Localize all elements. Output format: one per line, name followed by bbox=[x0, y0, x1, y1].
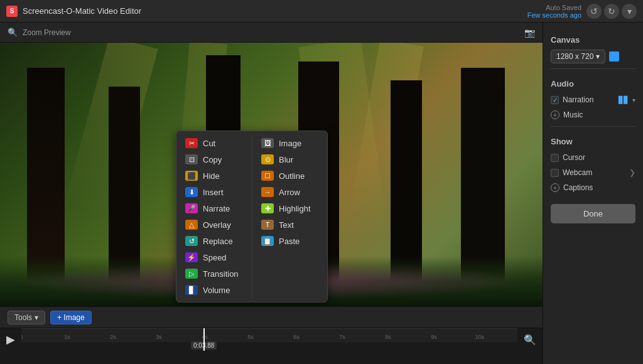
menu-label: Replace bbox=[203, 237, 233, 246]
zoom-preview-label: Zoom Preview bbox=[23, 28, 71, 37]
menu-item-blur[interactable]: ⊙Blur bbox=[252, 151, 327, 168]
timeline-mark-8s: 8s bbox=[385, 334, 391, 340]
timeline-search-icon[interactable]: 🔍 bbox=[524, 334, 536, 346]
menu-item-volume[interactable]: ▊Volume bbox=[176, 282, 252, 298]
menu-item-cut[interactable]: ✂Cut bbox=[176, 135, 252, 151]
menu-label: Paste bbox=[279, 237, 300, 246]
menu-icon: ⬇ bbox=[185, 187, 198, 197]
menu-item-narrate[interactable]: 🎤Narrate bbox=[176, 200, 252, 217]
context-menu-col2: 🖼Image⊙Blur☐Outline→Arrow✚HighlightTText… bbox=[252, 135, 327, 298]
captions-label: Captions bbox=[563, 183, 593, 192]
menu-label: Blur bbox=[279, 155, 293, 164]
menu-label: Volume bbox=[203, 286, 230, 295]
bottom-toolbar: Tools ▾ + Image bbox=[0, 306, 543, 328]
titlebar-controls: ↺ ↻ ▾ bbox=[586, 4, 637, 19]
menu-icon: 🎤 bbox=[185, 203, 198, 213]
menu-icon: ⊡ bbox=[185, 154, 198, 164]
menu-label: Cut bbox=[203, 139, 215, 148]
menu-label: Copy bbox=[203, 155, 222, 164]
narration-bars-icon: ▊▊ bbox=[619, 96, 629, 104]
main-area: 🔍 Zoom Preview 📷 bbox=[0, 23, 643, 364]
menu-icon: 📋 bbox=[261, 236, 274, 246]
undo-button[interactable]: ↺ bbox=[586, 4, 602, 19]
context-menu-col1: ✂Cut⊡Copy⬛Hide⬇Insert🎤Narrate△Overlay↺Re… bbox=[176, 135, 252, 298]
timeline-track[interactable]: 01s2s3s4s5s6s7s8s9s10s 0:03.88 bbox=[21, 328, 517, 351]
video-preview[interactable]: ✂Cut⊡Copy⬛Hide⬇Insert🎤Narrate△Overlay↺Re… bbox=[0, 43, 543, 306]
menu-item-arrow[interactable]: →Arrow bbox=[252, 184, 327, 200]
app-title: Screencast-O-Matic Video Editor bbox=[23, 6, 141, 16]
menu-item-overlay[interactable]: △Overlay bbox=[176, 217, 252, 233]
webcam-label: Webcam bbox=[563, 168, 592, 177]
narration-label: Narration bbox=[563, 95, 593, 104]
menu-item-image[interactable]: 🖼Image bbox=[252, 135, 327, 151]
music-label: Music bbox=[563, 110, 583, 119]
menu-item-paste[interactable]: 📋Paste bbox=[252, 233, 327, 249]
audio-section-label: Audio bbox=[551, 79, 635, 88]
timeline-mark-5s: 5s bbox=[247, 334, 254, 340]
canvas-size-select[interactable]: 1280 x 720 ▾ bbox=[551, 50, 605, 63]
narration-dropdown-icon[interactable]: ▾ bbox=[632, 97, 635, 104]
menu-icon: ▷ bbox=[185, 269, 198, 279]
menu-label: Overlay bbox=[203, 220, 231, 230]
timeline-mark-7s: 7s bbox=[339, 334, 345, 340]
cursor-item: Cursor bbox=[551, 151, 635, 164]
timeline-mark-10s: 10s bbox=[475, 334, 485, 340]
narration-checkbox[interactable] bbox=[551, 96, 559, 104]
menu-label: Highlight bbox=[279, 204, 311, 213]
menu-item-outline[interactable]: ☐Outline bbox=[252, 168, 327, 184]
menu-item-text[interactable]: TText bbox=[252, 217, 327, 233]
menu-label: Insert bbox=[203, 188, 224, 197]
timeline-mark-6s: 6s bbox=[293, 334, 300, 340]
menu-icon: ✂ bbox=[185, 138, 198, 148]
playhead[interactable] bbox=[203, 328, 205, 351]
music-add-button[interactable]: + bbox=[551, 110, 559, 119]
menu-icon: ⚡ bbox=[185, 252, 198, 262]
menu-label: Arrow bbox=[279, 188, 300, 197]
redo-button[interactable]: ↻ bbox=[604, 4, 619, 19]
zoom-icon: 🔍 bbox=[8, 28, 18, 37]
menu-label: Hide bbox=[203, 171, 220, 181]
menu-item-highlight[interactable]: ✚Highlight bbox=[252, 200, 327, 217]
menu-icon: → bbox=[261, 187, 274, 197]
play-button[interactable]: ▶ bbox=[6, 333, 15, 346]
menu-label: Outline bbox=[279, 171, 305, 181]
canvas-size-row: 1280 x 720 ▾ bbox=[551, 50, 635, 63]
cursor-checkbox[interactable] bbox=[551, 154, 559, 162]
timeline-mark-4s: 4s bbox=[202, 334, 208, 340]
canvas-color-swatch[interactable] bbox=[609, 51, 619, 62]
timeline-mark-9s: 9s bbox=[431, 334, 437, 340]
menu-item-replace[interactable]: ↺Replace bbox=[176, 233, 252, 249]
more-button[interactable]: ▾ bbox=[622, 4, 637, 19]
captions-add-button[interactable]: + bbox=[551, 183, 559, 192]
titlebar-right: Auto Saved Few seconds ago ↺ ↻ ▾ bbox=[527, 4, 637, 19]
menu-icon: ▊ bbox=[185, 285, 198, 295]
timeline-controls: ▶ 01s2s3s4s5s6s7s8s9s10s 0:03.88 🔍 bbox=[0, 328, 543, 351]
show-section-label: Show bbox=[551, 137, 635, 146]
divider-1 bbox=[551, 68, 635, 69]
autosave-label: Auto Saved bbox=[546, 4, 581, 11]
add-image-button[interactable]: + Image bbox=[50, 311, 92, 324]
timeline-ruler: 01s2s3s4s5s6s7s8s9s10s bbox=[21, 328, 517, 342]
editor-area: 🔍 Zoom Preview 📷 bbox=[0, 23, 543, 364]
menu-item-transition[interactable]: ▷Transition bbox=[176, 265, 252, 282]
captions-item: + Captions bbox=[551, 181, 635, 194]
menu-item-copy[interactable]: ⊡Copy bbox=[176, 151, 252, 168]
menu-item-speed[interactable]: ⚡Speed bbox=[176, 249, 252, 265]
tools-button[interactable]: Tools ▾ bbox=[8, 311, 45, 324]
menu-icon: ↺ bbox=[185, 236, 198, 246]
menu-icon: 🖼 bbox=[261, 138, 274, 148]
canvas-section-label: Canvas bbox=[551, 35, 635, 45]
camera-icon[interactable]: 📷 bbox=[524, 28, 535, 38]
app-icon: S bbox=[6, 6, 18, 17]
webcam-checkbox[interactable] bbox=[551, 169, 559, 177]
timeline-mark-2s: 2s bbox=[110, 334, 116, 340]
timeline: ▶ 01s2s3s4s5s6s7s8s9s10s 0:03.88 🔍 bbox=[0, 328, 543, 364]
webcam-expand-icon[interactable]: ❯ bbox=[629, 168, 635, 177]
menu-item-hide[interactable]: ⬛Hide bbox=[176, 168, 252, 184]
menu-label: Text bbox=[279, 220, 294, 230]
music-item: + Music bbox=[551, 109, 635, 121]
done-button[interactable]: Done bbox=[551, 204, 635, 223]
menu-item-insert[interactable]: ⬇Insert bbox=[176, 184, 252, 200]
timeline-mark-1s: 1s bbox=[64, 334, 70, 340]
cursor-label: Cursor bbox=[563, 153, 585, 162]
